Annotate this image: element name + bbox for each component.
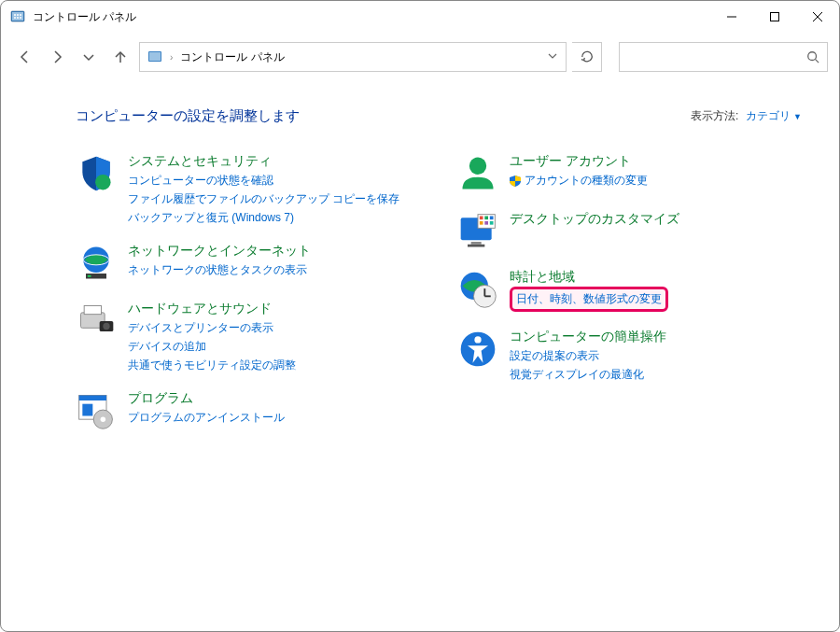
category-link[interactable]: ネットワークの状態とタスクの表示 [128, 262, 311, 278]
svg-point-3 [17, 14, 19, 16]
svg-rect-41 [490, 221, 494, 225]
svg-point-47 [474, 336, 481, 343]
category-link[interactable]: 設定の提案の表示 [510, 348, 666, 364]
category-programs: プログラム プログラムのアンインストール [76, 390, 420, 431]
category-link[interactable]: バックアップと復元 (Windows 7) [128, 210, 399, 226]
svg-rect-9 [771, 13, 779, 21]
svg-rect-21 [88, 275, 91, 277]
category-link[interactable]: コンピューターの状態を確認 [128, 173, 399, 189]
category-clock-region: 時計と地域 日付、時刻、数値形式の変更 [457, 269, 802, 312]
svg-rect-38 [490, 217, 494, 220]
page-heading: コンピューターの設定を調整します [76, 107, 300, 125]
svg-rect-27 [79, 396, 106, 401]
breadcrumb-separator: › [170, 52, 173, 63]
refresh-button[interactable] [572, 42, 602, 72]
highlighted-link: 日付、時刻、数値形式の変更 [510, 287, 668, 312]
category-title[interactable]: プログラム [128, 390, 285, 407]
category-link[interactable]: 共通で使うモビリティ設定の調整 [128, 358, 296, 373]
svg-point-6 [17, 17, 19, 19]
clock-globe-icon [457, 269, 498, 310]
search-input[interactable] [619, 42, 828, 72]
control-panel-icon [10, 9, 25, 24]
globe-icon [76, 243, 117, 284]
category-title[interactable]: 時計と地域 [510, 269, 668, 286]
window-titlebar: コントロール パネル [1, 1, 839, 33]
svg-rect-34 [468, 245, 484, 247]
breadcrumb-path[interactable]: コントロール パネル [180, 49, 284, 65]
category-link[interactable]: デバイスの追加 [128, 339, 296, 355]
back-button[interactable] [12, 44, 38, 70]
window-title: コントロール パネル [33, 9, 136, 25]
category-link[interactable]: ファイル履歴でファイルのバックアップ コピーを保存 [128, 191, 399, 207]
view-by-selector[interactable]: 表示方法: カテゴリ ▼ [691, 108, 802, 124]
category-title[interactable]: ユーザー アカウント [510, 153, 648, 170]
user-icon [457, 153, 498, 194]
category-link[interactable]: アカウントの種類の変更 [510, 173, 648, 189]
recent-button[interactable] [76, 44, 102, 70]
chevron-down-icon: ▼ [793, 112, 802, 121]
svg-line-16 [816, 60, 819, 63]
accessibility-icon [457, 329, 498, 370]
category-title[interactable]: デスクトップのカスタマイズ [510, 211, 679, 228]
desktop-icon [457, 211, 498, 252]
programs-icon [76, 390, 117, 431]
category-link[interactable]: プログラムのアンインストール [128, 410, 285, 426]
category-desktop-customize: デスクトップのカスタマイズ [457, 211, 802, 252]
category-title[interactable]: システムとセキュリティ [128, 153, 399, 170]
up-button[interactable] [107, 44, 133, 70]
svg-rect-23 [84, 306, 101, 315]
uac-shield-icon [510, 176, 521, 187]
svg-rect-39 [480, 221, 483, 225]
content-area: コンピューターの設定を調整します 表示方法: カテゴリ ▼ システムとセキュリテ… [1, 81, 839, 431]
svg-point-5 [14, 17, 16, 19]
view-by-value: カテゴリ [746, 109, 791, 122]
control-panel-icon [147, 49, 162, 64]
category-network: ネットワークとインターネット ネットワークの状態とタスクの表示 [76, 243, 420, 284]
category-title[interactable]: ハードウェアとサウンド [128, 301, 296, 317]
category-link[interactable]: 視覚ディスプレイの最適化 [510, 367, 666, 383]
category-ease-of-access: コンピューターの簡単操作 設定の提案の表示 視覚ディスプレイの最適化 [457, 329, 802, 383]
category-hardware: ハードウェアとサウンド デバイスとプリンターの表示 デバイスの追加 共通で使うモ… [76, 301, 420, 373]
address-bar[interactable]: › コントロール パネル [139, 42, 567, 72]
category-system-security: システムとセキュリティ コンピューターの状態を確認 ファイル履歴でファイルのバッ… [76, 153, 420, 226]
chevron-down-icon[interactable] [547, 49, 558, 65]
svg-point-4 [20, 14, 21, 16]
category-user-accounts: ユーザー アカウント アカウントの種類の変更 [457, 153, 802, 194]
navigation-toolbar: › コントロール パネル [1, 33, 839, 81]
search-icon [806, 50, 819, 63]
category-title[interactable]: ネットワークとインターネット [128, 243, 311, 260]
category-column-left: システムとセキュリティ コンピューターの状態を確認 ファイル履歴でファイルのバッ… [76, 153, 420, 431]
svg-point-2 [14, 14, 16, 16]
forward-button[interactable] [44, 44, 70, 70]
category-link-date-time-format[interactable]: 日付、時刻、数値形式の変更 [516, 291, 662, 307]
svg-rect-1 [12, 12, 23, 21]
category-column-right: ユーザー アカウント アカウントの種類の変更 デスクトップのカスタマイズ 時計と… [457, 153, 802, 431]
minimize-button[interactable] [710, 1, 753, 33]
svg-rect-36 [480, 217, 483, 220]
close-button[interactable] [796, 1, 839, 33]
category-title[interactable]: コンピューターの簡単操作 [510, 329, 666, 345]
shield-icon [76, 153, 117, 194]
svg-point-7 [20, 17, 21, 19]
svg-rect-33 [471, 242, 482, 245]
category-link[interactable]: デバイスとプリンターの表示 [128, 320, 296, 336]
svg-rect-28 [82, 404, 92, 416]
svg-point-25 [103, 323, 109, 330]
view-by-label: 表示方法: [691, 109, 738, 122]
maximize-button[interactable] [753, 1, 796, 33]
svg-point-31 [469, 158, 486, 175]
svg-point-30 [101, 416, 105, 422]
svg-rect-37 [484, 217, 488, 220]
printer-icon [76, 301, 117, 342]
svg-rect-40 [484, 221, 488, 225]
svg-point-17 [95, 175, 110, 190]
svg-rect-14 [149, 52, 161, 61]
svg-point-15 [808, 52, 817, 61]
